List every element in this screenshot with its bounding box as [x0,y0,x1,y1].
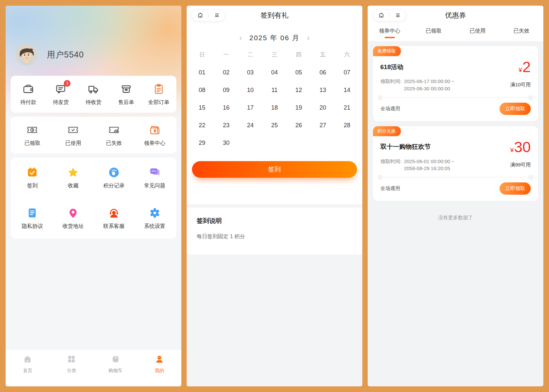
calendar-header: ‹ 2025 年 06 月 › [187,33,362,43]
menu-item-address[interactable]: 收货地址 [53,207,94,230]
calendar-day: 20 [311,104,335,111]
coupon-name: 双十一购物狂欢节 [380,143,431,151]
tab-expired[interactable]: 已失效 [500,28,543,41]
menu-item-coupons-used[interactable]: 已使用 [53,124,94,147]
menu-item-pending-payment[interactable]: 待付款 [12,83,45,106]
signin-note-title: 签到说明 [197,217,352,225]
coupon-price: ¥ 30 [510,140,531,154]
page-background [187,254,362,386]
menu-item-faq[interactable]: 常见问题 [134,166,175,189]
calendar-day: 13 [311,87,335,94]
nav-menu-icon[interactable] [214,12,220,19]
avatar[interactable] [16,44,38,65]
calendar-prev-icon[interactable]: ‹ [239,34,243,42]
calendar-day: 27 [311,122,335,129]
menu-item-customer-service[interactable]: 联系客服 [94,207,135,230]
coupon-name: 618活动 [380,63,404,71]
signin-button[interactable]: 签到 [192,161,357,178]
weekday-label: 六 [335,51,359,58]
feature-card: 签到 收藏 [11,157,176,239]
cart-icon [111,354,121,365]
nav-home-icon[interactable] [378,12,385,19]
calendar-day: 14 [335,87,359,94]
feature-row-2: 隐私协议 收货地址 [11,198,176,239]
coupon-time: 领取时间: 2025-06-17 00:00:00 ~ 2025-06-30 0… [380,78,454,92]
menu-item-coupon-center[interactable]: 领券中心 [134,124,175,147]
tabbar-item-cart[interactable]: 购物车 [94,354,137,386]
coupon-divider [380,97,531,98]
coupon-main: 双十一购物狂欢节 ¥ 30 领取时间: 2025-06-01 00:00:00 … [373,136,538,178]
wallet-icon [22,83,35,95]
tab-received[interactable]: 已领取 [412,28,455,41]
menu-item-points-history[interactable]: 积分记录 [94,166,135,189]
coupon-amount: 30 [514,140,531,154]
points-icon [108,166,120,179]
calendar-day-empty [287,140,311,147]
claim-button[interactable]: 立即领取 [500,103,531,115]
calendar-day: 05 [287,69,311,76]
calendar-next-icon[interactable]: › [306,34,310,42]
menu-item-settings[interactable]: 系统设置 [134,207,175,230]
calendar-month-label: 2025 年 06 月 [249,33,300,43]
calendar-day: 16 [214,104,238,111]
menu-item-favorites[interactable]: 收藏 [53,166,94,189]
weekday-label: 三 [262,51,287,58]
ticket-expired-icon [108,124,120,136]
ticket-clock-icon [26,124,39,136]
menu-item-after-sale[interactable]: 售后单 [110,83,142,106]
weekday-label: 四 [287,51,311,58]
no-more-data-label: 没有更多数据了 [373,215,538,221]
nav-home-icon[interactable] [197,12,204,19]
clipboard-icon [152,83,165,95]
tabbar-item-mine[interactable]: 我的 [137,354,181,386]
menu-item-coupons-expired[interactable]: 已失效 [94,124,135,147]
checkin-nav: 签到有礼 [187,6,362,25]
coupon-wallet-icon [148,124,161,136]
nav-menu-icon[interactable] [395,12,401,19]
calendar-day: 19 [287,104,311,111]
coupon-scope: 全场通用 [380,106,400,112]
calendar-day-empty [262,140,287,147]
weekday-label: 二 [238,51,262,58]
bottom-tabbar: 首页 分类 [6,350,181,386]
calendar-day: 30 [214,140,238,147]
menu-item-checkin[interactable]: 签到 [12,166,53,189]
profile-icon [154,354,164,365]
coupons-screen: 优惠券 领券中心 已领取 已使用 已失效 [368,6,543,386]
box-icon [120,83,133,95]
coupon-price: ¥ 2 [518,59,531,74]
shipment-badge: 3 [64,80,70,87]
menu-item-pending-receipt[interactable]: 待收货 [77,83,110,106]
nav-capsule [373,9,406,21]
feature-row-1: 签到 收藏 [11,157,176,198]
capsule-divider [389,12,390,18]
tab-coupon-center[interactable]: 领券中心 [368,28,412,41]
faq-icon [148,166,161,179]
tab-used[interactable]: 已使用 [456,28,500,41]
tabbar-item-category[interactable]: 分类 [49,354,93,386]
message-icon: 3 [54,83,67,95]
menu-item-pending-shipment[interactable]: 3 待发货 [45,83,77,106]
checkin-screen: 签到有礼 ‹ 2025 年 06 月 › 日 一 二 三 四 五 六 01 02… [187,6,362,386]
calendar-day: 07 [335,69,359,76]
claim-button[interactable]: 立即领取 [500,182,531,195]
menu-item-privacy[interactable]: 隐私协议 [12,207,53,230]
spacer [187,178,362,204]
nav-capsule [192,9,225,21]
star-icon [67,166,79,179]
category-icon [66,354,76,365]
coupon-time: 领取时间: 2025-06-01 00:00:00 ~ 2058-08-29 1… [380,158,454,172]
truck-icon [87,83,100,95]
coupon-menu-card: 已领取 已使用 [11,117,176,153]
calendar-day: 18 [262,104,287,111]
menu-item-coupons-received[interactable]: 已领取 [12,124,53,147]
calendar-day: 22 [190,122,214,129]
menu-item-all-orders[interactable]: 全部订单 [142,83,175,106]
tabbar-item-home[interactable]: 首页 [6,354,49,386]
calendar-day: 03 [238,69,262,76]
username: 用户5540 [47,49,84,60]
coupon-tabs: 领券中心 已领取 已使用 已失效 [368,25,543,41]
coupon-list: 免费领取 618活动 ¥ 2 领取时间: 2025-06-17 00 [368,41,543,221]
home-icon [23,354,33,365]
section-divider [187,204,362,208]
